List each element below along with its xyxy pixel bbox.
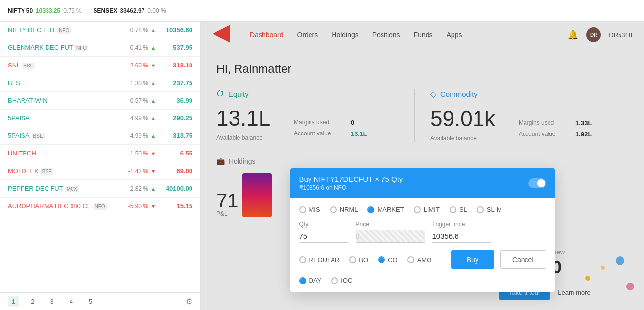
watchlist-arrow-icon: ▲ xyxy=(148,133,158,139)
radio-market-circle xyxy=(367,206,374,213)
watchlist-change: 4.99 % xyxy=(119,115,148,122)
buy-button[interactable]: Buy xyxy=(451,250,494,269)
watchlist-price: 69.00 xyxy=(158,167,192,175)
sidebar-tab-1[interactable]: 1 xyxy=(8,296,19,307)
sidebar-tab-3[interactable]: 3 xyxy=(46,296,57,307)
trigger-price-input[interactable] xyxy=(432,230,491,243)
radio-mis[interactable]: MIS xyxy=(299,206,320,213)
buy-dialog-overlay: Buy NIFTY17DECFUT × 75 Qty ₹10356.6 on N… xyxy=(201,22,644,310)
nifty-value: 10333.25 xyxy=(36,7,60,14)
watchlist-change: 2.82 % xyxy=(119,185,148,192)
price-input[interactable] xyxy=(356,230,425,243)
radio-amo-circle xyxy=(407,256,414,263)
watchlist-name: GLENMARK DEC FUTNFO xyxy=(8,44,119,51)
watchlist-change: -5.90 % xyxy=(119,203,148,210)
dialog-actions: Buy Cancel xyxy=(451,250,546,269)
qty-label: Qty. xyxy=(299,221,348,228)
watchlist-arrow-icon: ▲ xyxy=(148,98,158,104)
watchlist-arrow-icon: ▲ xyxy=(148,45,158,51)
qty-input[interactable] xyxy=(299,230,348,243)
buy-dialog: Buy NIFTY17DECFUT × 75 Qty ₹10356.6 on N… xyxy=(290,168,555,292)
watchlist-item[interactable]: SNLBSE -2.60 % ▼ 318.10 xyxy=(0,57,200,74)
watchlist-item[interactable]: GLENMARK DEC FUTNFO 0.41 % ▲ 537.95 xyxy=(0,39,200,57)
watchlist-price: 15.15 xyxy=(158,202,192,210)
trigger-price-field: Trigger price xyxy=(432,221,491,243)
radio-limit-circle xyxy=(414,206,421,213)
radio-bo[interactable]: BO xyxy=(349,256,368,264)
watchlist-arrow-icon: ▲ xyxy=(148,27,158,33)
sensex-change: 0.00 % xyxy=(147,7,166,14)
watchlist-item[interactable]: 5PAISABSE 4.99 % ▲ 313.75 xyxy=(0,127,200,145)
watchlist-arrow-icon: ▼ xyxy=(148,203,158,209)
radio-market[interactable]: MARKET xyxy=(367,206,404,213)
watchlist-scroll[interactable]: NIFTY DEC FUTNFO 0.78 % ▲ 10356.60 GLENM… xyxy=(0,22,200,292)
watchlist-arrow-icon: ▼ xyxy=(148,168,158,174)
watchlist-price: 313.75 xyxy=(158,132,192,139)
radio-day-label: DAY xyxy=(309,277,322,284)
watchlist-item[interactable]: MOLDTEKBSE -1.43 % ▼ 69.00 xyxy=(0,162,200,180)
radio-regular[interactable]: REGULAR xyxy=(299,256,340,264)
buy-dialog-toggle[interactable] xyxy=(528,178,546,188)
watchlist-arrow-icon: ▲ xyxy=(148,186,158,192)
radio-amo[interactable]: AMO xyxy=(407,256,432,264)
watchlist-price: 36.99 xyxy=(158,97,192,104)
radio-mis-circle xyxy=(299,206,306,213)
radio-ioc[interactable]: IOC xyxy=(331,277,352,284)
radio-ioc-label: IOC xyxy=(341,277,352,284)
radio-sl-label: SL xyxy=(459,206,467,213)
radio-bo-label: BO xyxy=(359,256,368,264)
watchlist-item[interactable]: BHARATIWIN 0.57 % ▲ 36.99 xyxy=(0,92,200,110)
radio-co[interactable]: CO xyxy=(378,256,398,264)
radio-nrml-circle xyxy=(330,206,337,213)
watchlist-change: -2.60 % xyxy=(119,62,148,69)
settings-icon[interactable]: ⚙ xyxy=(186,297,192,306)
watchlist-item[interactable]: NIFTY DEC FUTNFO 0.78 % ▲ 10356.60 xyxy=(0,22,200,39)
radio-slm-label: SL-M xyxy=(487,206,502,213)
buy-dialog-header: Buy NIFTY17DECFUT × 75 Qty ₹10356.6 on N… xyxy=(290,168,555,198)
watchlist-item[interactable]: 5PAISA 4.99 % ▲ 290.25 xyxy=(0,110,200,127)
watchlist-item[interactable]: AUROPHARMA DEC 680 CENFO -5.90 % ▼ 15.15 xyxy=(0,198,200,215)
radio-day[interactable]: DAY xyxy=(299,277,322,284)
watchlist-change: 0.57 % xyxy=(119,97,148,104)
radio-market-label: MARKET xyxy=(377,206,404,213)
content-area: Dashboard Orders Holdings Positions Fund… xyxy=(201,22,644,310)
radio-slm[interactable]: SL-M xyxy=(477,206,502,213)
watchlist-item[interactable]: BLS 1.30 % ▲ 237.75 xyxy=(0,74,200,92)
radio-nrml[interactable]: NRML xyxy=(330,206,358,213)
watchlist-price: 537.95 xyxy=(158,44,192,51)
sidebar-tab-4[interactable]: 4 xyxy=(66,296,77,307)
watchlist-name: BHARATIWIN xyxy=(8,97,119,104)
radio-amo-label: AMO xyxy=(417,256,432,264)
watchlist-item[interactable]: UNITECH -1.50 % ▼ 6.55 xyxy=(0,145,200,162)
radio-sl[interactable]: SL xyxy=(450,206,467,213)
radio-co-circle xyxy=(378,256,385,263)
watchlist-name: MOLDTEKBSE xyxy=(8,167,119,175)
radio-slm-circle xyxy=(477,206,484,213)
price-field: Price xyxy=(356,221,425,243)
watchlist-change: 4.99 % xyxy=(119,133,148,139)
watchlist-arrow-icon: ▼ xyxy=(148,63,158,68)
watchlist-name: 5PAISABSE xyxy=(8,132,119,139)
nifty-label: NIFTY 50 xyxy=(8,7,33,14)
form-row: Qty. Price Trigger price xyxy=(299,221,546,243)
buy-dialog-subtitle: ₹10356.6 on NFO xyxy=(299,184,403,191)
sidebar-tab-2[interactable]: 2 xyxy=(27,296,38,307)
order-type-row: MIS NRML MARKET LIMIT xyxy=(299,206,546,213)
watchlist-change: -1.43 % xyxy=(119,168,148,175)
radio-sl-circle xyxy=(450,206,456,213)
watchlist-name: 5PAISA xyxy=(8,114,119,122)
radio-limit[interactable]: LIMIT xyxy=(414,206,440,213)
radio-ioc-circle xyxy=(331,277,338,284)
sidebar-tab-5[interactable]: 5 xyxy=(85,296,96,307)
watchlist-arrow-icon: ▼ xyxy=(148,151,158,156)
sensex-ticker: SENSEX 33462.97 0.00 % xyxy=(94,7,166,14)
cancel-button[interactable]: Cancel xyxy=(500,250,546,269)
radio-regular-circle xyxy=(299,256,306,263)
sensex-label: SENSEX xyxy=(94,7,118,14)
watchlist-item[interactable]: PEPPER DEC FUTMCX 2.82 % ▲ 40100.00 xyxy=(0,180,200,198)
watchlist-name: NIFTY DEC FUTNFO xyxy=(8,26,119,34)
watchlist-change: -1.50 % xyxy=(119,150,148,157)
buy-dialog-body: MIS NRML MARKET LIMIT xyxy=(290,198,555,292)
watchlist-change: 1.30 % xyxy=(119,80,148,87)
radio-limit-label: LIMIT xyxy=(424,206,440,213)
